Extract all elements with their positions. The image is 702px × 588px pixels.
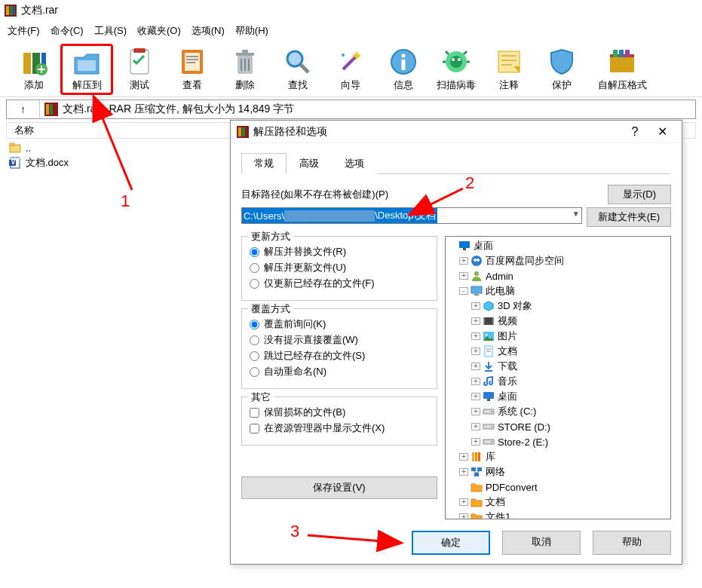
radio-ow-silent[interactable]: 没有提示直接覆盖(W) (250, 333, 429, 347)
svg-rect-2 (10, 6, 13, 15)
svg-point-22 (287, 51, 302, 66)
check-show-explorer[interactable]: 在资源管理器中显示文件(X) (250, 421, 429, 435)
tree-expander[interactable]: + (459, 257, 468, 265)
tree-node[interactable]: +3D 对象 (447, 299, 669, 314)
tree-expander[interactable]: + (471, 302, 480, 310)
tree-node[interactable]: +文件1 (447, 510, 669, 519)
tree-node[interactable]: +系统 (C:) (447, 404, 669, 419)
tool-test[interactable]: 测试 (113, 44, 166, 95)
tree-expander[interactable]: + (471, 438, 480, 446)
tree-expander[interactable]: + (459, 513, 468, 519)
tree-expander[interactable]: + (471, 363, 480, 370)
tree-node[interactable]: +Admin (447, 268, 669, 283)
tab-option[interactable]: 选项 (332, 153, 377, 174)
sfx-icon (607, 47, 637, 77)
tree-node[interactable]: +下载 (447, 359, 669, 374)
menu-option[interactable]: 选项(N) (192, 24, 225, 38)
tree-expander[interactable]: + (459, 498, 468, 506)
svg-rect-40 (610, 57, 634, 72)
menu-tool[interactable]: 工具(S) (94, 24, 127, 38)
folder-tree[interactable]: 桌面+百度网盘同步空间+Admin-此电脑+3D 对象+视频+图片+文档+下载+… (445, 236, 671, 519)
menu-favorite[interactable]: 收藏夹(O) (137, 24, 181, 38)
tool-add[interactable]: 添加 (8, 44, 60, 95)
up-button[interactable]: ↑ (7, 100, 40, 118)
check-keep-broken[interactable]: 保留损坏的文件(B) (250, 406, 429, 419)
help-button[interactable]: 帮助 (593, 531, 671, 555)
ok-button[interactable]: 确定 (412, 531, 490, 555)
drive-icon (483, 421, 495, 433)
tool-info[interactable]: 信息 (377, 44, 430, 95)
path-input[interactable]: C:\Users\xxxxxxxx\Desktop\文档 ▼ (241, 207, 582, 224)
tree-expander[interactable]: + (459, 453, 468, 461)
tree-expander[interactable]: + (471, 423, 480, 430)
tree-expander[interactable]: + (471, 317, 480, 325)
tree-node[interactable]: +STORE (D:) (447, 419, 669, 434)
tree-expander[interactable]: + (471, 408, 480, 415)
tree-node[interactable]: +图片 (447, 329, 669, 344)
radio-update-update[interactable]: 解压并更新文件(U) (250, 261, 429, 274)
svg-rect-15 (186, 62, 195, 63)
tool-view[interactable]: 查看 (166, 44, 219, 95)
tree-expander[interactable]: + (471, 378, 480, 385)
tool-label: 扫描病毒 (437, 78, 476, 92)
tree-node[interactable]: +百度网盘同步空间 (447, 253, 669, 268)
baidu-icon (471, 255, 483, 267)
tree-node[interactable]: +网络 (447, 464, 669, 479)
tree-node[interactable]: +音乐 (447, 374, 669, 389)
radio-ow-ask[interactable]: 覆盖前询问(K) (250, 317, 429, 331)
3d-icon (483, 300, 495, 312)
tool-label: 解压到 (72, 78, 102, 92)
tree-node[interactable]: +文档 (447, 495, 669, 510)
radio-ow-skip[interactable]: 跳过已经存在的文件(S) (250, 349, 429, 363)
svg-rect-27 (402, 60, 406, 70)
save-settings-button[interactable]: 保存设置(V) (241, 476, 437, 499)
tool-sfx[interactable]: 自解压格式 (588, 44, 656, 95)
svg-rect-83 (478, 452, 480, 461)
new-folder-button[interactable]: 新建文件夹(E) (587, 207, 671, 227)
dialog-close-button[interactable]: ✕ (648, 122, 676, 142)
tree-node[interactable]: -此电脑 (447, 283, 669, 299)
tool-delete[interactable]: 删除 (219, 44, 271, 95)
svg-line-87 (474, 471, 477, 473)
tree-expander[interactable]: - (459, 287, 468, 295)
tree-expander[interactable]: + (471, 332, 480, 340)
tree-expander[interactable]: + (471, 393, 480, 400)
tool-extract-to[interactable]: 解压到 (60, 44, 113, 95)
tool-wizard[interactable]: 向导 (324, 44, 377, 95)
radio-update-replace[interactable]: 解压并替换文件(R) (250, 245, 429, 259)
radio-update-existing[interactable]: 仅更新已经存在的文件(F) (250, 277, 429, 290)
group-update-title: 更新方式 (248, 230, 293, 243)
cancel-button[interactable]: 取消 (502, 531, 581, 555)
tree-node[interactable]: +文档 (447, 344, 669, 359)
show-button[interactable]: 显示(D) (608, 185, 671, 204)
tree-node[interactable]: 桌面 (447, 238, 669, 253)
svg-rect-86 (474, 473, 479, 476)
tree-expander[interactable]: + (471, 348, 480, 355)
test-icon (124, 47, 155, 77)
tool-find[interactable]: 查找 (271, 44, 324, 95)
tree-expander[interactable]: + (459, 468, 468, 476)
tool-virus-scan[interactable]: 扫描病毒 (430, 44, 483, 95)
tool-comment[interactable]: 注释 (483, 44, 535, 95)
tree-label: 系统 (C:) (498, 405, 536, 418)
tree-expander[interactable]: + (459, 272, 468, 280)
svg-rect-42 (613, 50, 618, 57)
svg-point-76 (491, 411, 492, 412)
tree-node[interactable]: +Store-2 (E:) (447, 434, 669, 449)
tree-node[interactable]: +桌面 (447, 389, 669, 404)
menu-help[interactable]: 帮助(H) (235, 24, 268, 38)
radio-ow-rename[interactable]: 自动重命名(N) (250, 365, 429, 378)
tree-node[interactable]: PDFconvert (447, 479, 669, 495)
tool-protect[interactable]: 保护 (535, 44, 588, 95)
tree-node[interactable]: +库 (447, 449, 669, 464)
dialog-help-button[interactable]: ? (621, 122, 648, 142)
tree-node[interactable]: +视频 (447, 314, 669, 329)
tab-advanced[interactable]: 高级 (287, 153, 332, 174)
svg-line-88 (477, 471, 480, 473)
column-name[interactable]: 名称 (14, 124, 34, 137)
menu-file[interactable]: 文件(F) (8, 24, 40, 38)
tab-general[interactable]: 常规 (241, 153, 287, 174)
menu-command[interactable]: 命令(C) (51, 24, 84, 38)
chevron-down-icon[interactable]: ▼ (572, 210, 580, 218)
dialog-tabs: 常规 高级 选项 (241, 152, 671, 174)
